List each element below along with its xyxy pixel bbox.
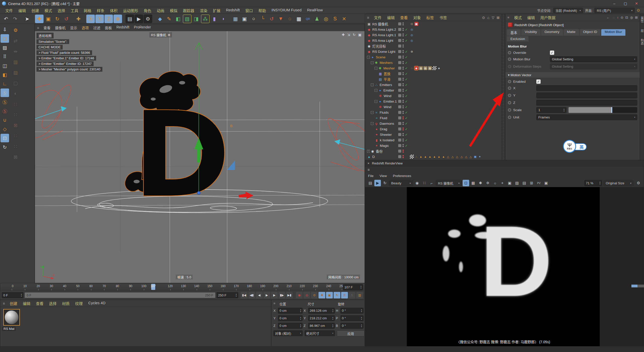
object-row-灯光目标[interactable]: ◉灯光目标 [365, 43, 502, 49]
visibility-dots[interactable] [403, 45, 404, 48]
fit-image-icon[interactable]: ▣ [506, 180, 513, 186]
tag-trio[interactable]: △ [469, 155, 473, 159]
enabled-check-icon[interactable]: ✓ [405, 33, 409, 37]
render-zoom-spinner[interactable]: 71 %▴▾ [584, 180, 602, 186]
enabled-check-icon[interactable]: ✓ [405, 61, 409, 65]
tag-trio[interactable]: △ [464, 155, 468, 159]
start-render-icon[interactable]: ▶ [374, 180, 381, 186]
layer-toggle[interactable] [398, 22, 401, 25]
rotation-b-input[interactable]: 0 °▴▾ [340, 323, 364, 329]
vp-menu-显示[interactable]: 显示 [68, 25, 79, 30]
enabled-checkbox[interactable]: ✓ [536, 79, 541, 84]
tag-sphere[interactable]: ● [437, 66, 441, 70]
record-position-toggle[interactable]: ✚ [318, 292, 325, 298]
mograph-icon[interactable]: ▮ [210, 15, 219, 23]
size-z-input[interactable]: 86.967 cm▴▾ [308, 323, 335, 329]
tag-trif[interactable]: ▲ [423, 155, 427, 159]
tag-trif[interactable]: ▲ [428, 155, 432, 159]
minimize-button[interactable]: – [609, 0, 620, 7]
collapse-icon[interactable]: − [371, 83, 374, 86]
layer-toggle[interactable] [398, 67, 401, 70]
snapshot-b-icon[interactable]: ✲ [485, 180, 491, 186]
cube-ghost-icon[interactable]: ▢ [10, 78, 21, 88]
enabled-check-icon[interactable]: ✓ [405, 94, 409, 98]
object-row-Magic[interactable]: ✶Magic✓ [365, 143, 502, 148]
magnet-snap-icon[interactable]: ∪ [1, 116, 9, 124]
rotate-tool-icon[interactable]: ↻ [53, 15, 62, 23]
om-menu-编辑[interactable]: 编辑 [384, 15, 397, 20]
object-row-RS Area Light[interactable]: ◆RS Area Light✓◎ [365, 38, 502, 43]
tab-object-id[interactable]: Object ID [580, 29, 601, 36]
layer-toggle[interactable] [398, 144, 401, 147]
mat-menu-材质[interactable]: 材质 [59, 301, 72, 306]
light-icon[interactable]: ○ [249, 15, 258, 23]
sphere-ghost-icon[interactable]: ◐ [10, 89, 21, 99]
layer-toggle[interactable] [398, 83, 401, 86]
am-search-icon[interactable]: ⊙ [621, 16, 623, 19]
keyframe-presets-button[interactable]: ▥ [356, 292, 363, 298]
tab-exclusion[interactable]: Exclusion [507, 36, 529, 41]
tab-visibility[interactable]: Visibility [521, 29, 541, 36]
menu-文件[interactable]: 文件 [3, 8, 16, 13]
field-icon[interactable]: ◗ [219, 15, 228, 23]
menu-渲染[interactable]: 渲染 [197, 8, 210, 13]
am-back-icon[interactable]: ← [606, 16, 610, 19]
snap-disabled-icon[interactable]: Ⓢ [1, 89, 9, 97]
axis-y-lock-icon[interactable]: Ⓨ [95, 15, 104, 23]
texture-mode-icon[interactable]: ▨ [1, 43, 9, 52]
object-row-D[interactable]: ▲D∴▲▲▲▲▲▲△△△△△△▣✶ [365, 154, 502, 159]
layer-toggle[interactable] [398, 45, 401, 48]
object-row-RS 摄像机[interactable]: ▣RS 摄像机⊡▣ [365, 21, 502, 27]
scale-input[interactable]: 1▴▾ [536, 107, 567, 113]
lock-workplane-icon[interactable]: ⊡ [1, 134, 9, 142]
mat-menu-Cycles 4D[interactable]: Cycles 4D [86, 301, 108, 306]
tab-motion-blur[interactable]: Motion Blur [601, 29, 625, 36]
visibility-dots[interactable] [403, 105, 404, 108]
material-name[interactable]: RS Mat [2, 327, 16, 331]
point-grid4-icon[interactable]: ∷ [10, 141, 21, 151]
visibility-dots[interactable] [403, 83, 404, 86]
tag-trif[interactable]: ▲ [441, 155, 446, 159]
toggle-view-icon[interactable]: ▣ [358, 33, 361, 37]
layer-toggle[interactable] [398, 33, 401, 36]
rv-menu-preferences[interactable]: Preferences [393, 174, 411, 178]
array-grid-icon[interactable]: ▦ [295, 15, 303, 23]
snapshot-icon[interactable]: ▤ [367, 180, 374, 186]
material-hamburger-icon[interactable]: ≡ [3, 301, 5, 305]
tag-target[interactable]: ◎ [410, 27, 414, 31]
tag-wand[interactable]: ✶ [478, 155, 482, 159]
layer-toggle[interactable] [398, 56, 401, 59]
viewport-camera-label[interactable]: RS 摄像机 ▣ [149, 32, 172, 37]
visibility-dots[interactable] [403, 22, 404, 25]
snap-enabled-icon[interactable]: Ⓢ [1, 98, 9, 106]
pan-view-icon[interactable]: ✚ [342, 33, 345, 37]
to-picture-viewer-icon[interactable]: PV [536, 180, 542, 186]
interface-dropdown[interactable]: RS (用户)▾ [594, 8, 635, 13]
floor-icon[interactable]: ▦ [231, 15, 240, 23]
visibility-dots[interactable] [403, 139, 404, 142]
am-menu-模式[interactable]: 模式 [511, 15, 525, 20]
exchange-icon[interactable]: ✕ [340, 15, 348, 23]
tab-基本[interactable]: 基本 [507, 29, 521, 36]
menu-样条[interactable]: 样条 [94, 8, 107, 13]
am-target-icon[interactable]: ◎ [630, 16, 633, 19]
om-hamburger-icon[interactable]: ≡ [367, 15, 369, 20]
menu-RealFlow[interactable]: RealFlow [304, 8, 326, 13]
axis-z-lock-icon[interactable]: Ⓩ [104, 15, 113, 23]
enabled-check-icon[interactable]: ✓ [405, 83, 409, 87]
tag-checker[interactable] [410, 155, 414, 159]
vp-menu-查看[interactable]: 查看 [41, 25, 53, 30]
object-row-Scene[interactable]: −●Scene✓ [365, 54, 502, 60]
position-z-input[interactable]: 0 cm▴▾ [278, 323, 303, 329]
goto-start-button[interactable]: ▮◀ [241, 292, 248, 298]
side-tab-attributes[interactable]: 属性 [640, 17, 644, 23]
object-row-RS Area Light.1[interactable]: ◆RS Area Light.1✓◎ [365, 32, 502, 38]
tool-settings-icon[interactable]: ⚙ [10, 25, 21, 35]
enabled-check-icon[interactable]: ✓ [405, 144, 409, 148]
rotation-p-input[interactable]: 0 °▴▾ [340, 315, 364, 321]
renderview-hamburger-icon[interactable]: ≡ [368, 167, 370, 172]
vp-menu-ProRender[interactable]: ProRender [132, 25, 153, 30]
layer-toggle[interactable] [398, 100, 401, 103]
mat-menu-纹理[interactable]: 纹理 [72, 301, 86, 306]
close-button[interactable]: ✕ [631, 0, 642, 7]
